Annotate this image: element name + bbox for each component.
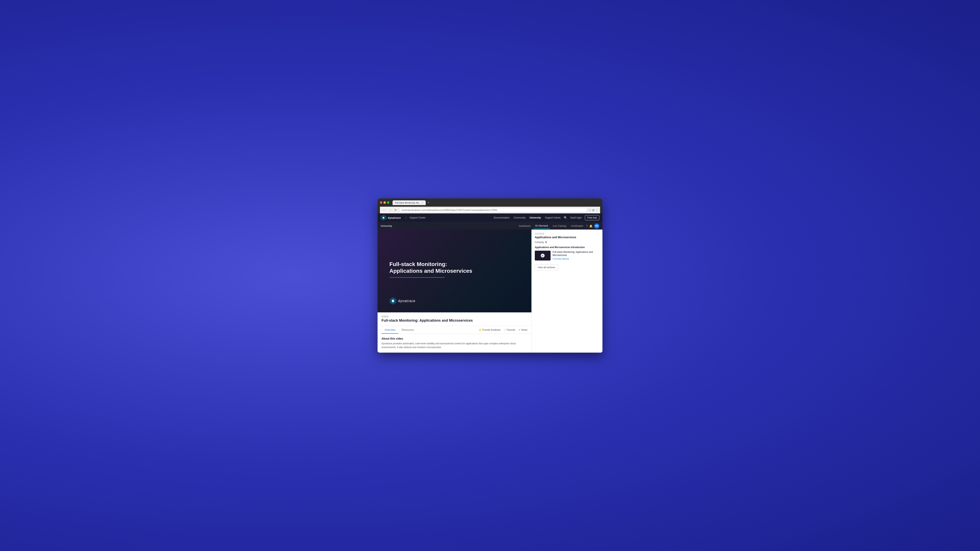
about-text: Dynatrace provides automated, code-level…	[382, 342, 528, 349]
video-item-info: Full-stack Monitoring: Applications and …	[552, 251, 599, 260]
bookmark-button[interactable]: ☆	[589, 209, 591, 211]
video-logo-overlay: dynatrace	[390, 297, 415, 305]
notifications-icon-button[interactable]: 🔔	[589, 224, 593, 227]
browser-chrome: Full-stack Monitoring: Ap... ✕ + ← → ↻ u…	[377, 198, 603, 213]
menu-button[interactable]: ⋮	[595, 209, 598, 211]
extensions-button[interactable]: ⊞	[592, 209, 594, 211]
sub-nav-live-training[interactable]: Live Training	[551, 224, 568, 229]
tab-overview[interactable]: Overview	[382, 326, 398, 333]
browser-action-buttons: ☆ ⊞ ⋮	[589, 209, 598, 211]
autoplay-label: Autoplay	[535, 241, 544, 243]
dynatrace-logo-icon	[381, 215, 386, 221]
url-text: university.dynatrace.com/ondemand/course…	[401, 209, 497, 211]
saas-login-link[interactable]: SaaS login	[570, 216, 582, 219]
new-tab-button[interactable]: +	[426, 200, 431, 205]
user-avatar[interactable]: DB	[594, 224, 599, 229]
sub-nav-icons: ? 🔔 DB	[586, 224, 599, 229]
address-bar-row: ← → ↻ university.dynatrace.com/ondemand/…	[380, 207, 600, 213]
video-title-line2: Applications and Microservices	[390, 268, 472, 274]
video-logo-text: dynatrace	[398, 299, 415, 303]
nav-divider: |	[406, 216, 406, 219]
share-label: Share	[521, 329, 528, 331]
tab-actions: ⭐ Provide feedback ♡ Favorite ↗ Share	[479, 329, 528, 331]
browser-controls-bar: Full-stack Monitoring: Ap... ✕ +	[380, 200, 600, 205]
sub-nav-links: Dashboard On Demand Live Training Certif…	[517, 223, 585, 229]
support-center-label: Support Center	[409, 216, 425, 219]
sub-nav-certification[interactable]: Certification	[569, 224, 585, 229]
browser-window: Full-stack Monitoring: Ap... ✕ + ← → ↻ u…	[377, 198, 603, 353]
video-title-overlay: Full-stack Monitoring: Applications and …	[390, 261, 472, 278]
provide-feedback-button[interactable]: ⭐ Provide feedback	[479, 329, 501, 331]
forward-button[interactable]: →	[388, 208, 392, 212]
sub-nav-dashboard[interactable]: Dashboard	[517, 224, 532, 229]
nav-link-documentation[interactable]: Documentation	[494, 216, 510, 219]
top-nav-links: Documentation Community University Suppo…	[494, 216, 561, 219]
course-title: Applications and Microservices	[535, 236, 599, 239]
view-all-sections-button[interactable]: View all sections	[535, 264, 558, 270]
svg-rect-3	[383, 217, 384, 219]
about-section: About this video Dynatrace provides auto…	[377, 334, 531, 353]
sub-navigation: University Dashboard On Demand Live Trai…	[377, 222, 603, 230]
tab-resources[interactable]: Resources	[398, 326, 417, 333]
active-browser-tab[interactable]: Full-stack Monitoring: Ap... ✕	[393, 200, 426, 205]
section-title: Applications and Microservices Introduct…	[535, 246, 599, 249]
tab-bar: Full-stack Monitoring: Ap... ✕ +	[393, 200, 600, 205]
svg-rect-6	[392, 300, 394, 302]
sidebar-video-title: Full-stack Monitoring: Applications and …	[552, 251, 599, 257]
reload-button[interactable]: ↻	[394, 208, 398, 212]
play-icon: ▶	[541, 254, 545, 257]
sub-nav-brand: University	[381, 225, 392, 227]
favorite-label: Favorite	[507, 329, 515, 331]
main-content: Full-stack Monitoring: Applications and …	[377, 230, 603, 353]
course-sidebar: COURSE Applications and Microservices Au…	[531, 230, 603, 353]
address-bar[interactable]: university.dynatrace.com/ondemand/course…	[399, 208, 587, 212]
free-trial-button[interactable]: Free trial	[585, 215, 599, 220]
close-window-button[interactable]	[380, 202, 382, 204]
course-label: COURSE	[535, 233, 599, 235]
video-tabs: Overview Resources ⭐ Provide feedback ♡ …	[377, 326, 531, 334]
video-overlay-title: Full-stack Monitoring: Applications and …	[390, 261, 472, 274]
search-button[interactable]: 🔍	[564, 216, 567, 219]
help-icon-button[interactable]: ?	[586, 224, 588, 227]
nav-link-support-tickets[interactable]: Support tickets	[545, 216, 560, 219]
top-navigation: dynatrace | Support Center Documentation…	[377, 213, 603, 222]
tab-close-button[interactable]: ✕	[422, 202, 423, 204]
back-button[interactable]: ←	[382, 208, 386, 212]
video-title-underline	[390, 277, 445, 278]
heart-icon: ♡	[504, 329, 506, 331]
app-container: dynatrace | Support Center Documentation…	[377, 213, 603, 353]
autoplay-toggle[interactable]	[545, 241, 547, 243]
video-thumbnail: ▶	[535, 251, 550, 260]
feedback-label: Provide feedback	[482, 329, 501, 331]
star-icon: ⭐	[479, 329, 482, 331]
favorite-button[interactable]: ♡ Favorite	[504, 329, 515, 331]
nav-link-community[interactable]: Community	[514, 216, 526, 219]
video-info: VIDEO Full-stack Monitoring: Application…	[377, 312, 531, 326]
sub-nav-on-demand[interactable]: On Demand	[533, 223, 550, 229]
autoplay-row: Autoplay	[535, 241, 599, 243]
sidebar-video-item[interactable]: ▶ Full-stack Monitoring: Applications an…	[535, 251, 599, 260]
minimize-window-button[interactable]	[383, 202, 386, 204]
sidebar-video-status: Currently playing	[552, 257, 599, 260]
video-type-label: VIDEO	[382, 316, 528, 318]
about-title: About this video	[382, 337, 528, 340]
video-title-line1: Full-stack Monitoring:	[390, 261, 472, 268]
logo-area: dynatrace	[381, 215, 401, 221]
video-section: Full-stack Monitoring: Applications and …	[377, 230, 531, 353]
video-player[interactable]: Full-stack Monitoring: Applications and …	[377, 230, 531, 312]
logo-text: dynatrace	[388, 216, 401, 219]
video-main-title: Full-stack Monitoring: Applications and …	[382, 319, 528, 322]
share-icon: ↗	[519, 329, 520, 331]
share-button[interactable]: ↗ Share	[519, 329, 528, 331]
tab-title: Full-stack Monitoring: Ap...	[395, 202, 420, 204]
traffic-lights	[380, 202, 390, 204]
video-dynatrace-icon	[390, 297, 396, 305]
maximize-window-button[interactable]	[387, 202, 390, 204]
nav-link-university[interactable]: University	[530, 216, 541, 219]
